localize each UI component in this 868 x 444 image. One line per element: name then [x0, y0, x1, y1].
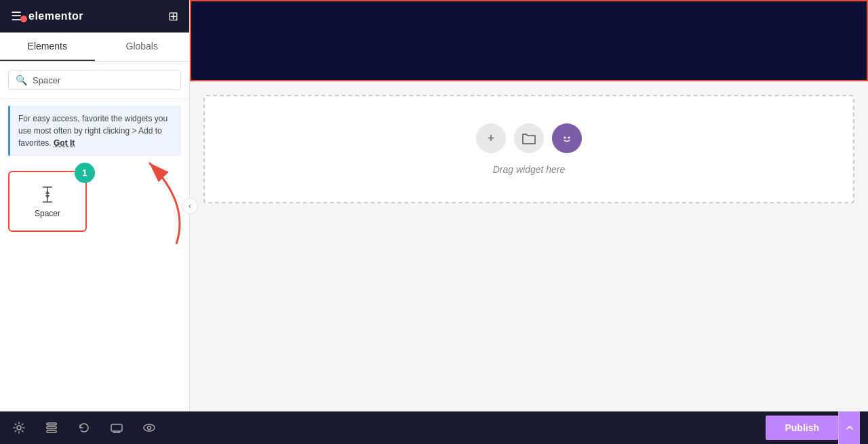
svg-point-6: [561, 132, 573, 144]
svg-point-7: [564, 137, 566, 139]
add-section-button[interactable]: +: [476, 123, 506, 153]
drop-zone: +: [203, 95, 854, 203]
svg-point-8: [568, 137, 570, 139]
svg-marker-4: [45, 195, 50, 199]
widget-grid: Spacer 1: [0, 163, 189, 240]
tip-text: For easy access, favorite the widgets yo…: [18, 114, 167, 148]
spacer-widget-label: Spacer: [35, 209, 60, 218]
sidebar-body: Spacer 1: [0, 163, 189, 411]
bottom-toolbar: Publish: [0, 411, 868, 444]
search-input[interactable]: [33, 75, 174, 85]
ai-button[interactable]: [552, 123, 582, 153]
main-area: ☰ elementor ⊞ Elements Globals 🔍: [0, 0, 868, 411]
svg-marker-3: [45, 190, 50, 194]
canvas-area: +: [190, 0, 868, 411]
app-container: ☰ elementor ⊞ Elements Globals 🔍: [0, 0, 868, 444]
svg-rect-13: [111, 424, 122, 431]
spacer-widget[interactable]: Spacer 1: [8, 171, 87, 232]
canvas-content: +: [190, 81, 868, 411]
svg-rect-12: [47, 430, 56, 432]
preview-toolbar-button[interactable]: [138, 417, 160, 439]
drop-zone-text: Drag widget here: [493, 164, 566, 175]
history-toolbar-button[interactable]: [73, 417, 95, 439]
sidebar-header: ☰ elementor ⊞: [0, 0, 189, 33]
responsive-toolbar-button[interactable]: [106, 417, 127, 439]
publish-button[interactable]: Publish: [766, 416, 838, 440]
dot-indicator: [20, 16, 27, 22]
sidebar-collapse-toggle[interactable]: ‹: [182, 198, 198, 214]
got-it-link[interactable]: Got It: [54, 138, 75, 148]
svg-rect-11: [47, 427, 56, 429]
search-container: 🔍: [0, 62, 189, 99]
settings-toolbar-button[interactable]: [8, 417, 30, 439]
sidebar-tabs: Elements Globals: [0, 33, 189, 62]
spacer-widget-icon: [37, 184, 58, 205]
publish-group: Publish: [766, 411, 860, 444]
grid-icon[interactable]: ⊞: [168, 9, 178, 24]
step-badge: 1: [75, 163, 95, 183]
hamburger-icon[interactable]: ☰: [11, 9, 22, 23]
add-template-button[interactable]: [514, 123, 544, 153]
search-wrapper: 🔍: [8, 70, 181, 90]
layers-toolbar-button[interactable]: [41, 417, 62, 439]
tab-globals[interactable]: Globals: [95, 33, 190, 61]
svg-point-15: [148, 426, 151, 430]
svg-rect-10: [47, 423, 56, 425]
publish-expand-button[interactable]: [838, 411, 860, 444]
tab-elements[interactable]: Elements: [0, 33, 95, 61]
search-icon: 🔍: [16, 75, 27, 85]
drop-zone-actions: +: [476, 123, 582, 153]
tip-banner: For easy access, favorite the widgets yo…: [8, 106, 181, 156]
svg-point-14: [144, 424, 155, 431]
logo-text: elementor: [28, 10, 83, 22]
svg-point-9: [17, 426, 21, 430]
sidebar: ☰ elementor ⊞ Elements Globals 🔍: [0, 0, 190, 411]
canvas-dark-section: [190, 0, 868, 81]
